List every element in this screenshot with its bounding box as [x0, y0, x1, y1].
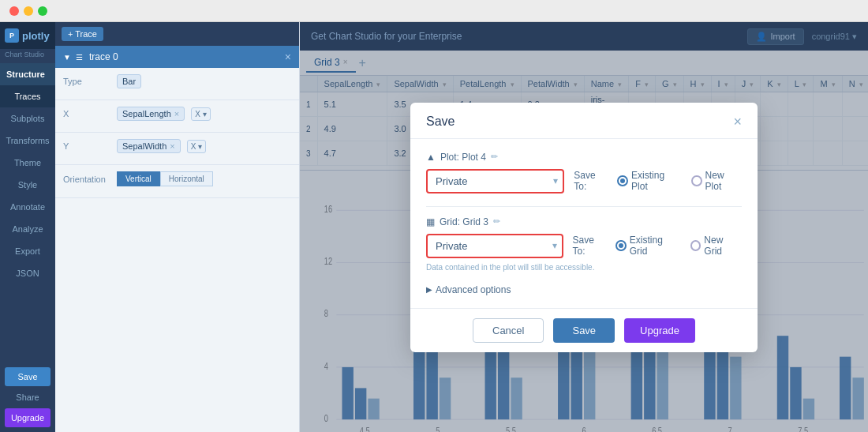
x-axis-label: X — [63, 109, 110, 118]
existing-plot-label: Existing Plot — [631, 170, 682, 192]
sidebar-item-subplots[interactable]: Subplots — [0, 107, 55, 130]
vertical-orientation-button[interactable]: Vertical — [117, 171, 160, 186]
plot-privacy-select[interactable]: Private Public Secret — [426, 169, 564, 193]
filter-icon: ☰ — [76, 53, 83, 62]
y-select[interactable]: X ▾ — [187, 140, 206, 153]
existing-plot-radio[interactable]: Existing Plot — [617, 170, 682, 192]
existing-grid-radio-dot — [615, 240, 627, 251]
orientation-label: Orientation — [63, 175, 110, 184]
panel-x-row: X SepalLength × X ▾ — [63, 107, 291, 121]
sidebar-logo: P plotly — [0, 22, 55, 49]
plot-section: ▲ Plot: Plot 4 ✏ Private Public Secret — [426, 152, 742, 193]
new-plot-radio-dot — [691, 175, 702, 186]
plot-label: Plot: Plot 4 — [440, 152, 486, 163]
horizontal-orientation-button[interactable]: Horizontal — [160, 171, 213, 186]
upgrade-button[interactable]: Upgrade — [5, 408, 51, 427]
fullscreen-traffic-light[interactable] — [38, 6, 47, 16]
y-axis-label: Y — [63, 141, 110, 151]
modal-close-button[interactable]: × — [733, 114, 742, 130]
sidebar-item-json[interactable]: JSON — [0, 262, 55, 284]
panel-y-section: Y SepalWidth × X ▾ — [55, 133, 299, 165]
sidebar-item-theme[interactable]: Theme — [0, 152, 55, 174]
y-value-text: SepalWidth — [122, 141, 166, 151]
share-button[interactable]: Share — [5, 389, 51, 405]
grid-section: ▦ Grid: Grid 3 ✏ Private Public Secret — [426, 216, 742, 272]
panel-type-row: Type Bar — [63, 74, 291, 88]
grid-saveto-label: Save To: — [573, 235, 608, 257]
type-label: Type — [63, 77, 110, 86]
sidebar: P plotly Chart Studio Structure Traces S… — [0, 22, 55, 432]
sidebar-subtitle: Chart Studio — [0, 49, 55, 63]
minimize-traffic-light[interactable] — [24, 6, 33, 16]
advanced-options-toggle[interactable]: ▶ Advanced options — [426, 284, 742, 295]
modal-divider — [426, 206, 742, 207]
app-container: P plotly Chart Studio Structure Traces S… — [0, 22, 868, 432]
new-plot-label: New Plot — [705, 170, 742, 192]
plot-edit-icon[interactable]: ✏ — [491, 152, 498, 162]
modal-body: ▲ Plot: Plot 4 ✏ Private Public Secret — [410, 139, 758, 308]
modal-overlay: Save × ▲ Plot: Plot 4 ✏ — [300, 22, 868, 432]
modal-footer: Cancel Save Upgrade — [410, 308, 758, 352]
grid-note: Data contained in the plot will still be… — [426, 263, 742, 272]
panel-y-row: Y SepalWidth × X ▾ — [63, 139, 291, 153]
advanced-label: Advanced options — [436, 284, 511, 295]
new-plot-radio[interactable]: New Plot — [691, 170, 742, 192]
theme-label: Theme — [14, 158, 41, 167]
x-remove-icon[interactable]: × — [174, 109, 179, 118]
modal-title: Save — [426, 115, 455, 129]
sidebar-item-traces[interactable]: Traces — [0, 85, 55, 107]
grid-saveto: Save To: Existing Grid New Grid — [573, 235, 743, 257]
logo-icon: P — [5, 28, 19, 43]
annotate-label: Annotate — [10, 202, 45, 212]
plot-privacy-select-wrapper: Private Public Secret ▾ — [426, 169, 564, 193]
panel-orientation-row: Orientation Vertical Horizontal — [63, 171, 291, 186]
subplots-label: Subplots — [11, 114, 45, 123]
close-traffic-light[interactable] — [9, 6, 19, 16]
existing-grid-label: Existing Grid — [630, 235, 681, 257]
plot-saveto-label: Save To: — [574, 170, 609, 192]
cancel-button[interactable]: Cancel — [473, 318, 544, 343]
panel-header-left: ▼ ☰ trace 0 — [63, 51, 118, 62]
plot-radio-group: Existing Plot New Plot — [617, 170, 742, 192]
modal-upgrade-button[interactable]: Upgrade — [624, 318, 695, 343]
panel-close-button[interactable]: × — [285, 51, 291, 63]
sidebar-item-export[interactable]: Export — [0, 240, 55, 262]
panel-orientation-section: Orientation Vertical Horizontal — [55, 165, 299, 198]
style-label: Style — [18, 180, 37, 190]
sidebar-item-transforms[interactable]: Transforms — [0, 130, 55, 152]
panel-header: ▼ ☰ trace 0 × — [55, 46, 299, 68]
grid-edit-icon[interactable]: ✏ — [493, 216, 500, 227]
plot-privacy-row: Private Public Secret ▾ Save To: — [426, 169, 742, 193]
logo-text: plotly — [22, 30, 50, 42]
add-trace-button[interactable]: + Trace — [62, 27, 103, 41]
x-value-text: SepalLength — [122, 109, 171, 118]
sidebar-nav: Structure Traces Subplots Transforms The… — [0, 63, 55, 363]
sidebar-bottom: Save Share Upgrade — [0, 363, 55, 432]
grid-radio-group: Existing Grid New Grid — [615, 235, 742, 257]
y-remove-icon[interactable]: × — [170, 141, 174, 151]
sidebar-item-analyze[interactable]: Analyze — [0, 218, 55, 240]
new-grid-label: New Grid — [704, 235, 742, 257]
grid-privacy-select-wrapper: Private Public Secret ▾ — [426, 234, 563, 258]
modal-header: Save × — [410, 103, 758, 139]
existing-grid-radio[interactable]: Existing Grid — [615, 235, 681, 257]
panel-type-section: Type Bar — [55, 68, 299, 100]
sidebar-item-style[interactable]: Style — [0, 174, 55, 196]
x-select[interactable]: X ▾ — [191, 107, 210, 121]
traces-label: Traces — [14, 92, 40, 101]
modal-save-button[interactable]: Save — [553, 318, 615, 343]
structure-header: Structure — [0, 63, 55, 85]
traffic-lights — [9, 6, 47, 16]
grid-privacy-select[interactable]: Private Public Secret — [426, 234, 563, 258]
grid-section-title: ▦ Grid: Grid 3 ✏ — [426, 216, 742, 227]
advanced-arrow-icon: ▶ — [426, 285, 432, 294]
save-button[interactable]: Save — [5, 367, 51, 386]
transforms-label: Transforms — [6, 136, 49, 145]
analyze-label: Analyze — [12, 224, 43, 234]
new-grid-radio[interactable]: New Grid — [690, 235, 742, 257]
new-grid-radio-dot — [690, 240, 702, 251]
plot-section-title: ▲ Plot: Plot 4 ✏ — [426, 152, 742, 163]
save-modal: Save × ▲ Plot: Plot 4 ✏ — [410, 103, 758, 352]
grid-icon: ▦ — [426, 216, 435, 227]
sidebar-item-annotate[interactable]: Annotate — [0, 196, 55, 218]
